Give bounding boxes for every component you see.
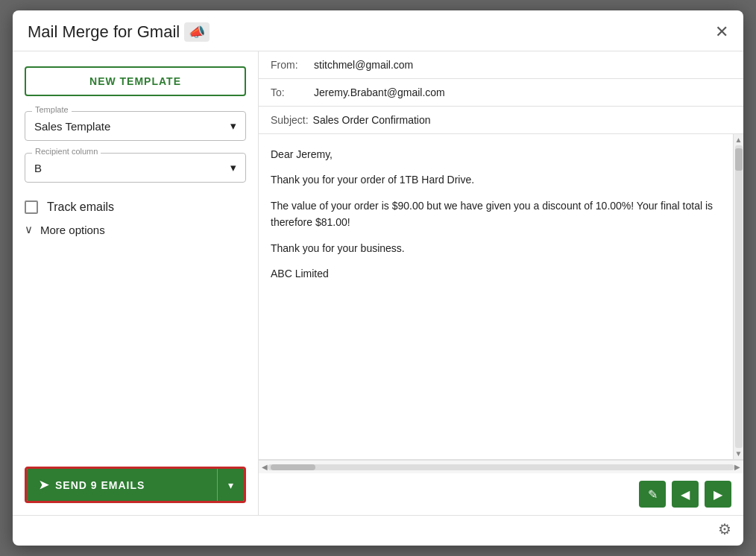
hscroll-left-icon[interactable]: ◀ [262,463,268,471]
body-line-5: ABC Limited [271,265,721,282]
to-value: Jeremy.Brabant@gmail.com [314,86,445,98]
template-chevron-icon: ▾ [230,119,236,133]
scroll-track [735,145,743,448]
subject-label: Subject: [271,114,309,126]
main-dialog: Mail Merge for Gmail 📣 ✕ NEW TEMPLATE Te… [13,10,743,546]
prev-icon: ◀ [681,487,690,502]
gear-icon: ⚙ [718,521,731,537]
track-emails-row: Track emails [25,200,246,214]
from-label: From: [271,59,309,71]
send-dropdown-button[interactable]: ▾ [217,469,244,501]
more-options-label: More options [40,224,105,236]
track-emails-checkbox[interactable] [25,200,38,214]
subject-field: Subject: Sales Order Confirmation [259,107,743,134]
dialog-body: NEW TEMPLATE Template Sales Template ▾ R… [13,51,743,515]
to-label: To: [271,86,309,98]
hscroll-thumb [271,464,315,470]
next-icon: ▶ [714,487,722,502]
body-line-1: Dear Jeremy, [271,146,721,162]
send-emails-label: SEND 9 EMAILS [55,479,145,491]
body-line-4: Thank you for your business. [271,240,721,256]
template-value: Sales Template [34,120,110,133]
send-emails-button[interactable]: ➤ SEND 9 EMAILS [27,469,217,501]
template-label: Template [32,105,72,114]
scroll-down-icon[interactable]: ▼ [735,449,743,458]
prev-preview-button[interactable]: ◀ [672,481,699,508]
preview-controls-bar: ✎ ◀ ▶ [259,473,743,515]
pencil-icon: ✎ [648,487,658,502]
new-template-button[interactable]: NEW TEMPLATE [25,66,246,96]
bottom-bar: ⚙ [13,515,743,546]
send-button-wrapper: ➤ SEND 9 EMAILS ▾ [25,467,246,503]
more-options-expand-icon: ∨ [25,223,33,236]
left-panel: NEW TEMPLATE Template Sales Template ▾ R… [13,51,259,515]
bottom-left: ➤ SEND 9 EMAILS ▾ [25,467,246,503]
email-preview: From: stitchmel@gmail.com To: Jeremy.Bra… [259,51,743,473]
email-body: Dear Jeremy, Thank you for your order of… [259,134,733,459]
hscroll-right-icon[interactable]: ▶ [734,463,740,471]
body-line-3: The value of your order is $90.00 but we… [271,198,721,231]
send-dropdown-icon: ▾ [228,479,233,491]
close-button[interactable]: ✕ [715,24,728,40]
preview-controls: ✎ ◀ ▶ [639,481,731,508]
more-options-row[interactable]: ∨ More options [25,223,246,236]
vertical-scrollbar[interactable]: ▲ ▼ [733,134,743,459]
recipient-label: Recipient column [32,147,101,156]
body-line-2: Thank you for your order of 1TB Hard Dri… [271,171,721,188]
to-field: To: Jeremy.Brabant@gmail.com [259,79,743,107]
settings-button[interactable]: ⚙ [718,520,731,538]
from-value: stitchmel@gmail.com [314,59,413,71]
recipient-select[interactable]: B ▾ [25,153,246,183]
template-field-group: Template Sales Template ▾ [25,111,246,141]
title-icon: 📣 [184,22,210,42]
send-arrow-icon: ➤ [39,478,49,492]
edit-button[interactable]: ✎ [639,481,666,508]
from-field: From: stitchmel@gmail.com [259,51,743,79]
recipient-chevron-icon: ▾ [230,161,236,174]
horizontal-scrollbar[interactable]: ◀ ▶ [259,460,743,473]
email-scroll-container: Dear Jeremy, Thank you for your order of… [259,134,743,460]
right-panel: From: stitchmel@gmail.com To: Jeremy.Bra… [259,51,743,515]
title-text: Mail Merge for Gmail [28,22,180,42]
next-preview-button[interactable]: ▶ [705,481,731,508]
hscroll-track [268,464,734,470]
dialog-title: Mail Merge for Gmail 📣 [28,22,210,42]
template-select[interactable]: Sales Template ▾ [25,111,246,141]
scroll-up-icon[interactable]: ▲ [735,136,743,144]
track-emails-label: Track emails [47,200,114,214]
scroll-thumb [735,148,743,171]
recipient-field-group: Recipient column B ▾ [25,153,246,183]
recipient-value: B [34,162,42,174]
subject-value: Sales Order Confirmation [313,114,431,126]
dialog-header: Mail Merge for Gmail 📣 ✕ [13,10,743,51]
